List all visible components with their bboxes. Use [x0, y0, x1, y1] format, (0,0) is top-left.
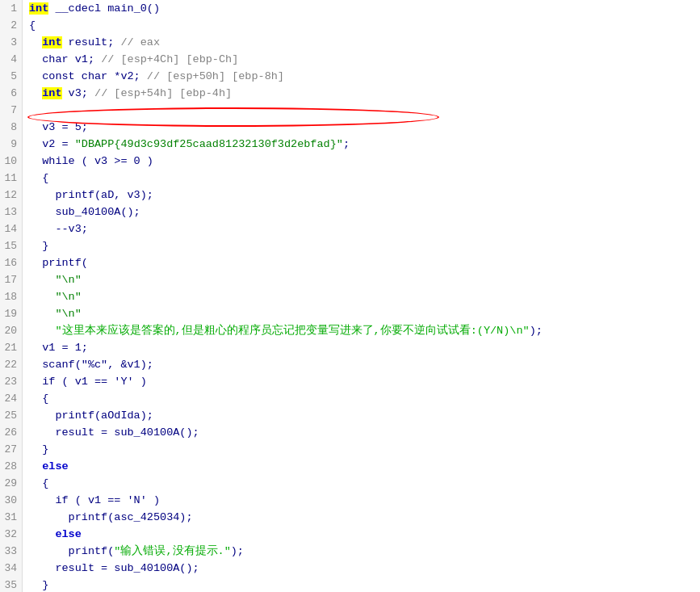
line-content: int result; // eax	[23, 34, 700, 51]
table-row: 21 v1 = 1;	[0, 339, 700, 356]
line-content: int __cdecl main_0()	[23, 0, 700, 17]
table-row: 14 --v3;	[0, 220, 700, 237]
line-content: {	[23, 475, 700, 492]
line-number: 35	[0, 577, 23, 592]
line-content: "\n"	[23, 271, 700, 288]
line-number: 22	[0, 356, 23, 373]
table-row: 15 }	[0, 237, 700, 254]
line-number: 27	[0, 441, 23, 458]
table-row: 12 printf(aD, v3);	[0, 187, 700, 204]
table-row: 29 {	[0, 475, 700, 492]
table-row: 23 if ( v1 == 'Y' )	[0, 373, 700, 390]
line-number: 4	[0, 51, 23, 68]
table-row: 30 if ( v1 == 'N' )	[0, 492, 700, 509]
line-content: }	[23, 237, 700, 254]
line-number: 14	[0, 220, 23, 237]
line-number: 30	[0, 492, 23, 509]
line-content: {	[23, 17, 700, 34]
line-number: 16	[0, 254, 23, 271]
table-row: 35 }	[0, 577, 700, 592]
line-content: v3 = 5;	[23, 119, 700, 136]
line-number: 24	[0, 390, 23, 407]
line-content: else	[23, 458, 700, 475]
line-number: 9	[0, 136, 23, 153]
line-number: 29	[0, 475, 23, 492]
table-row: 18 "\n"	[0, 288, 700, 305]
line-number: 19	[0, 305, 23, 322]
table-row: 28 else	[0, 458, 700, 475]
table-row: 32 else	[0, 526, 700, 543]
line-number: 11	[0, 170, 23, 187]
line-number: 5	[0, 68, 23, 85]
line-number: 23	[0, 373, 23, 390]
table-row: 25 printf(aOdIda);	[0, 407, 700, 424]
line-number: 15	[0, 237, 23, 254]
line-content: if ( v1 == 'N' )	[23, 492, 700, 509]
table-row: 16 printf(	[0, 254, 700, 271]
line-content: {	[23, 170, 700, 187]
line-content: }	[23, 441, 700, 458]
line-content: printf(aD, v3);	[23, 187, 700, 204]
line-number: 3	[0, 34, 23, 51]
table-row: 34 result = sub_40100A();	[0, 560, 700, 577]
line-number: 25	[0, 407, 23, 424]
table-row: 2{	[0, 17, 700, 34]
line-content: "\n"	[23, 305, 700, 322]
line-content: {	[23, 390, 700, 407]
line-content: printf(aOdIda);	[23, 407, 700, 424]
table-row: 27 }	[0, 441, 700, 458]
line-content: v1 = 1;	[23, 339, 700, 356]
line-content: result = sub_40100A();	[23, 424, 700, 441]
table-row: 3 int result; // eax	[0, 34, 700, 51]
table-row: 11 {	[0, 170, 700, 187]
line-number: 7	[0, 102, 23, 119]
line-number: 13	[0, 204, 23, 220]
line-content: char v1; // [esp+4Ch] [ebp-Ch]	[23, 51, 700, 68]
line-number: 33	[0, 543, 23, 560]
table-row: 8 v3 = 5;	[0, 119, 700, 136]
line-number: 12	[0, 187, 23, 204]
line-content: if ( v1 == 'Y' )	[23, 373, 700, 390]
table-row: 6 int v3; // [esp+54h] [ebp-4h]	[0, 85, 700, 102]
table-row: 22 scanf("%c", &v1);	[0, 356, 700, 373]
table-row: 7	[0, 102, 700, 119]
code-container: 1int __cdecl main_0()2{3 int result; // …	[0, 0, 700, 592]
table-row: 9 v2 = "DBAPP{49d3c93df25caad81232130f3d…	[0, 136, 700, 153]
line-content: "这里本来应该是答案的,但是粗心的程序员忘记把变量写进来了,你要不逆向试试看:(…	[23, 322, 700, 339]
table-row: 4 char v1; // [esp+4Ch] [ebp-Ch]	[0, 51, 700, 68]
table-row: 17 "\n"	[0, 271, 700, 288]
line-number: 1	[0, 0, 23, 17]
line-content: }	[23, 577, 700, 592]
line-number: 10	[0, 153, 23, 170]
line-content	[23, 102, 700, 119]
line-content: printf(	[23, 254, 700, 271]
line-number: 31	[0, 509, 23, 526]
line-number: 17	[0, 271, 23, 288]
line-number: 2	[0, 17, 23, 34]
line-content: "\n"	[23, 288, 700, 305]
line-content: --v3;	[23, 220, 700, 237]
line-number: 18	[0, 288, 23, 305]
table-row: 10 while ( v3 >= 0 )	[0, 153, 700, 170]
code-lines: 1int __cdecl main_0()2{3 int result; // …	[0, 0, 700, 592]
table-row: 24 {	[0, 390, 700, 407]
line-content: printf("输入错误,没有提示.");	[23, 543, 700, 560]
line-number: 8	[0, 119, 23, 136]
line-number: 26	[0, 424, 23, 441]
line-number: 34	[0, 560, 23, 577]
line-content: v2 = "DBAPP{49d3c93df25caad81232130f3d2e…	[23, 136, 700, 153]
line-content: else	[23, 526, 700, 543]
table-row: 1int __cdecl main_0()	[0, 0, 700, 17]
line-number: 20	[0, 322, 23, 339]
table-row: 33 printf("输入错误,没有提示.");	[0, 543, 700, 560]
line-content: result = sub_40100A();	[23, 560, 700, 577]
line-content: sub_40100A();	[23, 204, 700, 220]
line-content: printf(asc_425034);	[23, 509, 700, 526]
line-number: 21	[0, 339, 23, 356]
line-number: 6	[0, 85, 23, 102]
table-row: 19 "\n"	[0, 305, 700, 322]
line-number: 28	[0, 458, 23, 475]
table-row: 20 "这里本来应该是答案的,但是粗心的程序员忘记把变量写进来了,你要不逆向试试…	[0, 322, 700, 339]
table-row: 31 printf(asc_425034);	[0, 509, 700, 526]
line-content: const char *v2; // [esp+50h] [ebp-8h]	[23, 68, 700, 85]
